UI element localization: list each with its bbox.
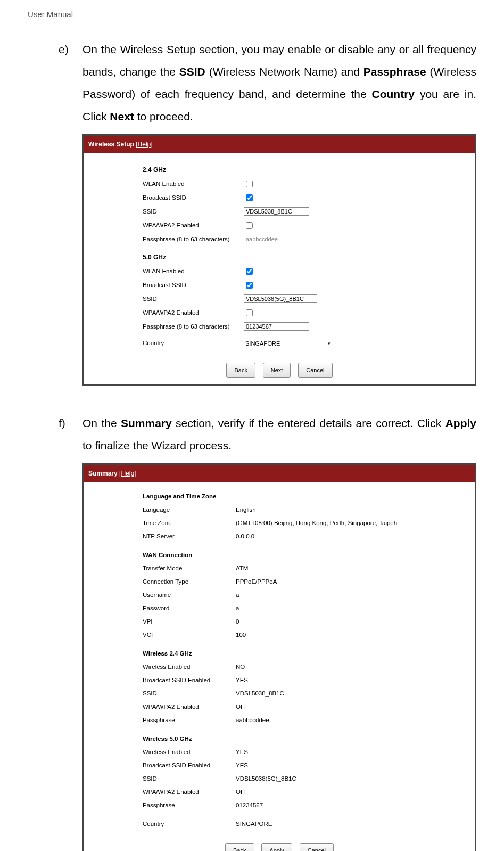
value: PPPoE/PPPoA (236, 576, 469, 588)
text: section, verify if the entered details a… (172, 417, 445, 429)
passphrase-50-input[interactable] (244, 322, 309, 331)
value: VDSL5038_8B1C (236, 688, 469, 700)
value: 100 (236, 629, 469, 641)
label: Username (143, 589, 236, 601)
label: Broadcast SSID (143, 279, 244, 291)
country-value: SINGAPORE (245, 338, 280, 349)
bold: Passphrase (363, 66, 426, 78)
label: WLAN Enabled (143, 178, 244, 190)
label: Country (143, 818, 236, 830)
label: Broadcast SSID Enabled (143, 759, 236, 772)
label: Transfer Mode (143, 562, 236, 575)
label: Passphrase (143, 714, 236, 726)
bold: Country (372, 88, 415, 100)
wpa-24-checkbox[interactable] (246, 222, 253, 229)
value: VDSL5038(5G)_8B1C (236, 773, 469, 785)
wlan-enabled-24-checkbox[interactable] (246, 181, 253, 187)
panel-header: Summary [Help] (84, 465, 475, 482)
help-link[interactable]: [Help] (136, 141, 152, 148)
label: SSID (143, 773, 236, 785)
bold: Next (110, 110, 134, 122)
value: a (236, 602, 469, 615)
page-header: User Manual (28, 10, 476, 19)
value: NO (236, 661, 469, 673)
cancel-button[interactable]: Cancel (298, 363, 332, 378)
bold: Summary (121, 417, 172, 429)
label: Passphrase (8 to 63 characters) (143, 321, 244, 333)
section-24ghz: 2.4 GHz (143, 163, 469, 176)
list-item-f: f) On the Summary section, verify if the… (28, 412, 476, 851)
label: SSID (143, 206, 244, 218)
label: VCI (143, 629, 236, 641)
text: (Wireless Network Name) and (205, 66, 363, 78)
label: Passphrase (8 to 63 characters) (143, 233, 244, 246)
label: WPA/WPA2 Enabled (143, 307, 244, 319)
country-select[interactable]: SINGAPORE▾ (244, 339, 332, 348)
label: SSID (143, 293, 244, 305)
value: (GMT+08:00) Beijing, Hong Kong, Perth, S… (236, 517, 469, 529)
value: aabbccddee (236, 714, 469, 726)
value: OFF (236, 786, 469, 798)
passphrase-24-input[interactable] (244, 235, 309, 243)
back-button[interactable]: Back (225, 843, 254, 851)
marker-f: f) (28, 412, 82, 851)
header-rule (28, 22, 476, 22)
label: WPA/WPA2 Enabled (143, 219, 244, 232)
value: 01234567 (236, 799, 469, 812)
label: Wireless Enabled (143, 746, 236, 758)
label: Password (143, 602, 236, 615)
label: VPI (143, 616, 236, 628)
section-lang: Language and Time Zone (143, 490, 469, 503)
section-w24: Wireless 2.4 GHz (143, 648, 469, 660)
value: 0 (236, 616, 469, 628)
section-w50: Wireless 5.0 GHz (143, 733, 469, 745)
chevron-down-icon: ▾ (328, 339, 331, 348)
label: Connection Type (143, 576, 236, 588)
label: Passphrase (143, 799, 236, 812)
help-link[interactable]: [Help] (119, 470, 136, 477)
value: YES (236, 674, 469, 686)
summary-screenshot: Summary [Help] Language and Time Zone La… (82, 463, 476, 851)
value: YES (236, 759, 469, 772)
label: Country (143, 337, 244, 349)
label: Wireless Enabled (143, 661, 236, 673)
panel-title: Wireless Setup (88, 141, 134, 148)
label: Time Zone (143, 517, 236, 529)
value: English (236, 504, 469, 516)
bold: SSID (179, 66, 205, 78)
value: OFF (236, 701, 469, 713)
broadcast-ssid-24-checkbox[interactable] (246, 194, 253, 201)
back-button[interactable]: Back (226, 363, 255, 378)
apply-button[interactable]: Apply (261, 843, 292, 851)
wireless-setup-screenshot: Wireless Setup [Help] 2.4 GHz WLAN Enabl… (82, 134, 476, 386)
text: to finalize the Wizard process. (82, 439, 232, 452)
section-wan: WAN Connection (143, 549, 469, 561)
section-50ghz: 5.0 GHz (143, 251, 469, 264)
marker-e: e) (28, 38, 82, 407)
value: SINGAPORE (236, 818, 469, 830)
value: ATM (236, 562, 469, 575)
label: Language (143, 504, 236, 516)
label: SSID (143, 688, 236, 700)
value: a (236, 589, 469, 601)
text: On the (82, 417, 121, 429)
value: 0.0.0.0 (236, 530, 469, 543)
broadcast-ssid-50-checkbox[interactable] (246, 282, 253, 289)
label: Broadcast SSID (143, 192, 244, 204)
bold: Apply (445, 417, 476, 429)
list-item-e: e) On the Wireless Setup section, you ma… (28, 38, 476, 407)
panel-title: Summary (88, 470, 118, 477)
ssid-50-input[interactable] (244, 294, 317, 303)
value: YES (236, 746, 469, 758)
cancel-button[interactable]: Cancel (300, 843, 334, 851)
label: Broadcast SSID Enabled (143, 674, 236, 686)
label: NTP Server (143, 530, 236, 543)
ssid-24-input[interactable] (244, 207, 309, 216)
label: WLAN Enabled (143, 265, 244, 277)
label: WPA/WPA2 Enabled (143, 701, 236, 713)
wpa-50-checkbox[interactable] (246, 309, 253, 316)
panel-header: Wireless Setup [Help] (84, 136, 475, 153)
text: to proceed. (134, 110, 193, 122)
next-button[interactable]: Next (263, 363, 291, 378)
wlan-enabled-50-checkbox[interactable] (246, 268, 253, 275)
